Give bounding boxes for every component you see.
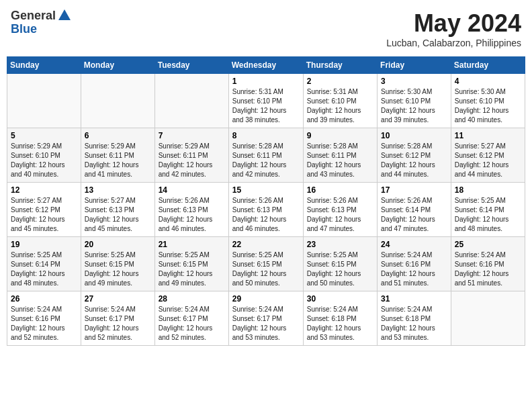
calendar-cell: 23Sunrise: 5:25 AM Sunset: 6:15 PM Dayli… [303,237,377,291]
calendar-cell: 14Sunrise: 5:26 AM Sunset: 6:13 PM Dayli… [154,183,228,237]
svg-marker-0 [58,9,71,20]
calendar-cell: 1Sunrise: 5:31 AM Sunset: 6:10 PM Daylig… [228,74,303,128]
calendar-cell: 22Sunrise: 5:25 AM Sunset: 6:15 PM Dayli… [228,237,303,291]
day-number: 9 [307,131,373,140]
calendar-cell: 27Sunrise: 5:24 AM Sunset: 6:17 PM Dayli… [81,291,154,346]
day-number: 19 [11,240,77,249]
calendar-cell: 12Sunrise: 5:27 AM Sunset: 6:12 PM Dayli… [7,183,81,237]
day-info: Sunrise: 5:30 AM Sunset: 6:10 PM Dayligh… [455,87,521,125]
day-info: Sunrise: 5:26 AM Sunset: 6:13 PM Dayligh… [307,196,373,234]
day-info: Sunrise: 5:26 AM Sunset: 6:13 PM Dayligh… [159,196,225,234]
day-number: 22 [232,240,300,249]
day-of-week-header: Thursday [303,57,377,74]
calendar-cell: 26Sunrise: 5:24 AM Sunset: 6:16 PM Dayli… [7,291,81,346]
day-number: 2 [307,77,373,86]
calendar-table: SundayMondayTuesdayWednesdayThursdayFrid… [7,56,525,346]
calendar-cell [451,291,525,346]
calendar-cell: 16Sunrise: 5:26 AM Sunset: 6:13 PM Dayli… [303,183,377,237]
day-number: 28 [159,294,225,304]
day-info: Sunrise: 5:28 AM Sunset: 6:12 PM Dayligh… [381,142,447,179]
day-of-week-header: Tuesday [154,57,228,74]
day-number: 21 [159,240,225,249]
day-info: Sunrise: 5:25 AM Sunset: 6:14 PM Dayligh… [455,196,521,234]
logo: General Blue [11,9,72,36]
calendar-cell: 4Sunrise: 5:30 AM Sunset: 6:10 PM Daylig… [451,74,525,128]
day-number: 8 [232,131,300,140]
day-info: Sunrise: 5:24 AM Sunset: 6:17 PM Dayligh… [159,305,225,342]
calendar-cell: 19Sunrise: 5:25 AM Sunset: 6:14 PM Dayli… [7,237,81,291]
day-info: Sunrise: 5:25 AM Sunset: 6:15 PM Dayligh… [85,250,151,288]
day-info: Sunrise: 5:24 AM Sunset: 6:16 PM Dayligh… [455,250,521,288]
day-info: Sunrise: 5:31 AM Sunset: 6:10 PM Dayligh… [307,87,373,125]
day-number: 10 [381,131,447,140]
day-number: 14 [159,185,225,195]
calendar-cell: 7Sunrise: 5:29 AM Sunset: 6:11 PM Daylig… [154,128,228,183]
day-number: 7 [159,131,225,140]
day-number: 13 [85,185,151,195]
day-number: 16 [307,185,373,195]
calendar-cell: 21Sunrise: 5:25 AM Sunset: 6:15 PM Dayli… [154,237,228,291]
day-number: 12 [11,185,77,195]
calendar-cell: 3Sunrise: 5:30 AM Sunset: 6:10 PM Daylig… [378,74,451,128]
calendar-cell: 31Sunrise: 5:24 AM Sunset: 6:18 PM Dayli… [378,291,451,346]
day-info: Sunrise: 5:25 AM Sunset: 6:15 PM Dayligh… [232,250,300,288]
calendar-cell: 11Sunrise: 5:27 AM Sunset: 6:12 PM Dayli… [451,128,525,183]
day-number: 27 [85,294,151,304]
day-info: Sunrise: 5:24 AM Sunset: 6:17 PM Dayligh… [85,305,151,342]
calendar-cell: 17Sunrise: 5:26 AM Sunset: 6:14 PM Dayli… [378,183,451,237]
day-number: 6 [85,131,151,140]
day-number: 31 [381,294,447,304]
day-info: Sunrise: 5:27 AM Sunset: 6:13 PM Dayligh… [85,196,151,234]
calendar-cell: 28Sunrise: 5:24 AM Sunset: 6:17 PM Dayli… [154,291,228,346]
day-info: Sunrise: 5:27 AM Sunset: 6:12 PM Dayligh… [11,196,77,234]
calendar-cell [154,74,228,128]
day-info: Sunrise: 5:24 AM Sunset: 6:16 PM Dayligh… [381,250,447,288]
day-info: Sunrise: 5:24 AM Sunset: 6:17 PM Dayligh… [232,305,300,342]
day-info: Sunrise: 5:24 AM Sunset: 6:18 PM Dayligh… [381,305,447,342]
calendar-cell: 24Sunrise: 5:24 AM Sunset: 6:16 PM Dayli… [378,237,451,291]
day-number: 24 [381,240,447,249]
day-number: 1 [232,77,300,86]
calendar-cell: 13Sunrise: 5:27 AM Sunset: 6:13 PM Dayli… [81,183,154,237]
location-text: Lucban, Calabarzon, Philippines [386,38,521,48]
calendar-cell: 10Sunrise: 5:28 AM Sunset: 6:12 PM Dayli… [378,128,451,183]
calendar-cell [7,74,81,128]
calendar-cell: 29Sunrise: 5:24 AM Sunset: 6:17 PM Dayli… [228,291,303,346]
calendar-cell: 5Sunrise: 5:29 AM Sunset: 6:10 PM Daylig… [7,128,81,183]
day-number: 20 [85,240,151,249]
day-info: Sunrise: 5:28 AM Sunset: 6:11 PM Dayligh… [232,142,300,179]
day-number: 18 [455,185,521,195]
calendar-cell: 8Sunrise: 5:28 AM Sunset: 6:11 PM Daylig… [228,128,303,183]
page-header: General Blue May 2024 Lucban, Calabarzon… [7,7,525,51]
day-info: Sunrise: 5:29 AM Sunset: 6:11 PM Dayligh… [159,142,225,179]
day-info: Sunrise: 5:25 AM Sunset: 6:15 PM Dayligh… [307,250,373,288]
logo-blue-text: Blue [11,23,72,36]
day-info: Sunrise: 5:29 AM Sunset: 6:10 PM Dayligh… [11,142,77,179]
calendar-cell: 6Sunrise: 5:29 AM Sunset: 6:11 PM Daylig… [81,128,154,183]
calendar-cell [81,74,154,128]
calendar-cell: 2Sunrise: 5:31 AM Sunset: 6:10 PM Daylig… [303,74,377,128]
day-info: Sunrise: 5:29 AM Sunset: 6:11 PM Dayligh… [85,142,151,179]
month-title: May 2024 [386,9,521,38]
day-number: 5 [11,131,77,140]
day-info: Sunrise: 5:27 AM Sunset: 6:12 PM Dayligh… [455,142,521,179]
calendar-cell: 25Sunrise: 5:24 AM Sunset: 6:16 PM Dayli… [451,237,525,291]
day-number: 25 [455,240,521,249]
day-of-week-header: Saturday [451,57,525,74]
logo-icon [57,8,72,23]
day-of-week-header: Wednesday [228,57,303,74]
day-number: 4 [455,77,521,86]
day-number: 29 [232,294,300,304]
day-number: 11 [455,131,521,140]
day-info: Sunrise: 5:25 AM Sunset: 6:14 PM Dayligh… [11,250,77,288]
day-info: Sunrise: 5:24 AM Sunset: 6:16 PM Dayligh… [11,305,77,342]
day-number: 30 [307,294,373,304]
day-info: Sunrise: 5:31 AM Sunset: 6:10 PM Dayligh… [232,87,300,125]
day-number: 3 [381,77,447,86]
day-number: 26 [11,294,77,304]
calendar-cell: 30Sunrise: 5:24 AM Sunset: 6:18 PM Dayli… [303,291,377,346]
day-of-week-header: Sunday [7,57,81,74]
day-of-week-header: Friday [378,57,451,74]
day-info: Sunrise: 5:25 AM Sunset: 6:15 PM Dayligh… [159,250,225,288]
day-number: 23 [307,240,373,249]
